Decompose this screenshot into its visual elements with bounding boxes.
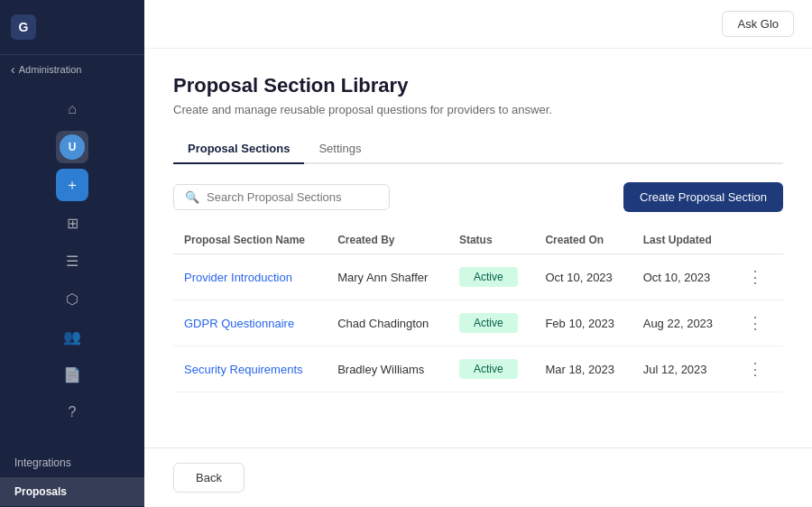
cell-created-by-0: Mary Ann Shaffer (327, 254, 448, 300)
col-actions (731, 226, 783, 254)
col-created-by: Created By (327, 226, 448, 254)
col-status: Status (448, 226, 534, 254)
cell-created-on-0: Oct 10, 2023 (534, 254, 632, 300)
main-content: Ask Glo Proposal Section Library Create … (144, 0, 812, 507)
app-logo: G (11, 14, 36, 40)
more-actions-button-1[interactable]: ⋮ (742, 311, 769, 335)
avatar: U (60, 134, 85, 160)
home-icon[interactable]: ⌂ (56, 93, 88, 125)
dashboard-icon[interactable]: ⊞ (56, 207, 88, 239)
cell-created-on-2: Mar 18, 2023 (534, 346, 632, 392)
sidebar-item-integrations[interactable]: Integrations (0, 448, 144, 477)
col-created-on: Created On (534, 226, 632, 254)
user-avatar[interactable]: U (56, 131, 88, 163)
cell-actions-1: ⋮ (731, 300, 783, 346)
tab-bar: Proposal Sections Settings (173, 134, 783, 164)
cell-last-updated-0: Oct 10, 2023 (632, 254, 731, 300)
cell-created-by-2: Bradley Williams (327, 346, 448, 392)
more-actions-button-2[interactable]: ⋮ (742, 357, 769, 381)
cell-created-by-1: Chad Chadington (327, 300, 448, 346)
table-row: GDPR Questionnaire Chad Chadington Activ… (173, 300, 783, 346)
people-icon[interactable]: 👥 (56, 320, 88, 353)
cell-actions-2: ⋮ (731, 346, 783, 392)
page-title: Proposal Section Library (173, 74, 783, 97)
create-proposal-section-button[interactable]: Create Proposal Section (623, 182, 783, 212)
add-icon[interactable]: ＋ (56, 169, 88, 201)
proposal-section-link-2[interactable]: Security Requirements (184, 363, 303, 376)
cell-name-1: GDPR Questionnaire (173, 300, 327, 346)
footer-bar: Back (144, 447, 812, 507)
search-input[interactable] (207, 190, 378, 204)
search-icon: 🔍 (185, 190, 199, 204)
proposal-section-link-1[interactable]: GDPR Questionnaire (184, 317, 294, 330)
toolbar: 🔍 Create Proposal Section (173, 182, 783, 212)
cell-status-2: Active (448, 346, 534, 392)
col-name: Proposal Section Name (173, 226, 327, 254)
cell-last-updated-2: Jul 12, 2023 (632, 346, 731, 392)
sidebar-item-proposals[interactable]: Proposals (0, 477, 144, 506)
more-actions-button-0[interactable]: ⋮ (742, 265, 769, 289)
table-header: Proposal Section Name Created By Status … (173, 226, 783, 254)
cell-created-on-1: Feb 10, 2023 (534, 300, 632, 346)
table-row: Provider Introduction Mary Ann Shaffer A… (173, 254, 783, 300)
page-subtitle: Create and manage reusable proposal ques… (173, 103, 783, 116)
table-body: Provider Introduction Mary Ann Shaffer A… (173, 254, 783, 392)
org-icon[interactable]: ⬡ (56, 282, 88, 315)
sidebar: G Administration ⌂ U ＋ ⊞ ☰ ⬡ 👥 📄 ? Integ… (0, 0, 144, 507)
tab-settings[interactable]: Settings (304, 134, 375, 164)
cell-name-0: Provider Introduction (173, 254, 327, 300)
sidebar-back-link[interactable]: Administration (0, 55, 144, 84)
sidebar-header: G (0, 0, 144, 55)
proposal-sections-table: Proposal Section Name Created By Status … (173, 226, 783, 392)
proposal-section-link-0[interactable]: Provider Introduction (184, 271, 292, 284)
content-area: Proposal Section Library Create and mana… (144, 49, 812, 447)
table-row: Security Requirements Bradley Williams A… (173, 346, 783, 392)
sidebar-nav: Integrations Proposals User Management (0, 438, 144, 507)
search-box: 🔍 (173, 184, 390, 210)
status-badge-1: Active (459, 313, 518, 333)
cell-actions-0: ⋮ (731, 254, 783, 300)
topbar: Ask Glo (144, 0, 812, 49)
cell-status-0: Active (448, 254, 534, 300)
list-icon[interactable]: ☰ (56, 244, 88, 277)
document-icon[interactable]: 📄 (56, 358, 88, 391)
cell-name-2: Security Requirements (173, 346, 327, 392)
ask-glo-button[interactable]: Ask Glo (722, 11, 794, 37)
cell-status-1: Active (448, 300, 534, 346)
tab-proposal-sections[interactable]: Proposal Sections (173, 134, 304, 164)
col-last-updated: Last Updated (632, 226, 731, 254)
cell-last-updated-1: Aug 22, 2023 (632, 300, 731, 346)
status-badge-2: Active (459, 359, 518, 379)
back-button[interactable]: Back (173, 463, 245, 493)
status-badge-0: Active (459, 267, 518, 287)
help-icon[interactable]: ? (56, 396, 88, 429)
